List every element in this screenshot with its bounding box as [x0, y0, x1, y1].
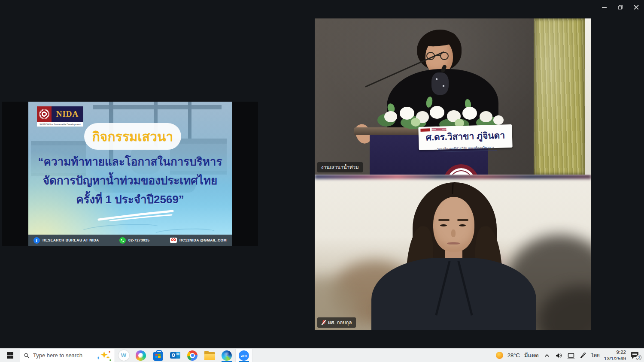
participant-eye: [459, 224, 466, 226]
gold-curtain: [534, 18, 585, 175]
edge-icon: [222, 350, 232, 361]
poster-title-line3: ครั้งที่ 1 ประจำปี2569”: [28, 190, 232, 209]
search-icon: [24, 353, 30, 359]
facebook-label: RESEARCH BUREAU AT NIDA: [43, 238, 99, 242]
participant-suit: [371, 258, 536, 330]
facebook-icon: f: [33, 237, 40, 244]
taskbar-app-outlook[interactable]: [167, 349, 184, 362]
taskbar-app-edge[interactable]: [218, 349, 235, 362]
wall-edge: [585, 18, 591, 175]
notification-center-button[interactable]: 3: [630, 351, 641, 360]
facebook-contact: f RESEARCH BUREAU AT NIDA: [33, 237, 99, 244]
hidden-icons-chevron[interactable]: [543, 351, 551, 360]
email-contact: RC12NIDA @GMAIL.COM: [170, 238, 227, 243]
weather-temperature[interactable]: 28°C: [507, 352, 520, 359]
close-button[interactable]: [628, 0, 644, 15]
taskbar-app-explorer[interactable]: [201, 349, 218, 362]
volume-icon[interactable]: [555, 351, 563, 360]
nida-logo: NIDA WISDOM for Sustainable Development: [37, 106, 83, 127]
network-icon[interactable]: [567, 351, 575, 360]
minimize-button[interactable]: [596, 0, 612, 15]
muted-mic-icon: [321, 320, 326, 326]
search-highlights-icon[interactable]: [97, 350, 111, 361]
gmail-icon: [170, 238, 177, 243]
phone-contact: 02-7273025: [119, 237, 149, 244]
seminar-poster: NIDA WISDOM for Sustainable Development …: [28, 102, 232, 246]
nida-tagline: WISDOM for Sustainable Development: [37, 122, 83, 127]
participant-name-top: งานเสวนาน้ำท่วม: [321, 163, 359, 171]
swoosh-underline: [97, 207, 174, 221]
zoom-meeting-window: NIDA WISDOM for Sustainable Development …: [0, 0, 644, 362]
weather-condition[interactable]: มีแดด: [524, 351, 539, 360]
poster-title-line2: จัดการปัญหาน้ำท่วมของประเทศไทย: [28, 171, 232, 190]
zoom-app-icon: zm: [239, 350, 249, 361]
outlook-icon: [170, 351, 180, 360]
copilot-icon: [136, 350, 146, 361]
minimize-icon: [602, 7, 607, 8]
participant-eyebrow: [457, 219, 468, 221]
video-feed-participant[interactable]: ผศ. กอบกุล: [315, 175, 591, 330]
phone-label: 02-7273025: [128, 238, 149, 242]
taskbar-app-chrome[interactable]: [184, 349, 201, 362]
file-explorer-icon: [204, 352, 215, 360]
w-app-icon: W: [118, 350, 129, 361]
poster-title: “ความท้าทายและโอกาสในการบริหาร จัดการปัญ…: [28, 152, 232, 209]
nameplate-logo: [420, 128, 430, 132]
search-input[interactable]: [33, 352, 93, 359]
nida-seal-icon: [37, 106, 52, 122]
video-feed-speaker[interactable]: ศ.ดร.วิสาขา ภู่จินดา รองอธิการบดีฝ่ายวิจ…: [315, 18, 591, 175]
poster-contact-bar: f RESEARCH BUREAU AT NIDA 02-7273025 RC1…: [28, 235, 232, 246]
taskbar-app-copilot[interactable]: [132, 349, 149, 362]
clock-date: 13/1/2569: [604, 356, 626, 362]
blurred-shelf: [315, 175, 591, 179]
participant-name-tag-bottom: ผศ. กอบกุล: [317, 317, 356, 328]
taskbar-app-zoom[interactable]: zm: [235, 349, 252, 362]
participant-name-bottom: ผศ. กอบกุล: [328, 319, 352, 326]
nida-wordmark: NIDA: [52, 106, 83, 122]
participant-nose: [451, 229, 456, 237]
phone-icon: [119, 237, 126, 244]
poster-pill-text: กิจกรรมเสวนา: [92, 127, 173, 147]
pen-icon[interactable]: [579, 351, 587, 360]
participant-eyebrow: [438, 219, 450, 221]
notification-badge: 3: [636, 355, 641, 360]
taskbar-app-store[interactable]: [149, 349, 167, 362]
screen-share-tile: NIDA WISDOM for Sustainable Development …: [2, 102, 258, 246]
taskbar-app-w[interactable]: W: [115, 349, 132, 362]
poster-pill-title: กิจกรรมเสวนา: [84, 123, 181, 150]
language-indicator[interactable]: ไทย: [591, 352, 600, 359]
email-label: RC12NIDA @GMAIL.COM: [179, 238, 227, 242]
speaker-scarf: [431, 72, 449, 95]
poster-title-line1: “ความท้าทายและโอกาสในการบริหาร: [28, 152, 232, 171]
taskbar-clock[interactable]: 9:22 13/1/2569: [604, 349, 626, 362]
weather-sun-icon[interactable]: [496, 352, 503, 359]
restore-icon: [618, 5, 623, 9]
participant-mouth: [447, 242, 460, 244]
participant-eye: [440, 224, 447, 226]
podium-nameplate: ศ.ดร.วิสาขา ภู่จินดา รองอธิการบดีฝ่ายวิจ…: [418, 124, 512, 150]
close-icon: [634, 5, 639, 10]
taskbar: W zm 28°C มีแดด: [0, 348, 644, 362]
clock-time: 9:22: [604, 349, 626, 355]
window-controls: [596, 0, 644, 15]
windows-logo-icon: [7, 352, 13, 359]
start-button[interactable]: [0, 349, 20, 362]
microsoft-store-icon: [153, 352, 163, 361]
podium-seal: [444, 164, 479, 175]
participant-name-tag-top: งานเสวนาน้ำท่วม: [317, 162, 363, 172]
restore-button[interactable]: [612, 0, 628, 15]
system-tray: 28°C มีแดด ไทย: [496, 349, 644, 362]
chrome-icon: [187, 350, 197, 361]
taskbar-search-box[interactable]: [20, 349, 115, 362]
